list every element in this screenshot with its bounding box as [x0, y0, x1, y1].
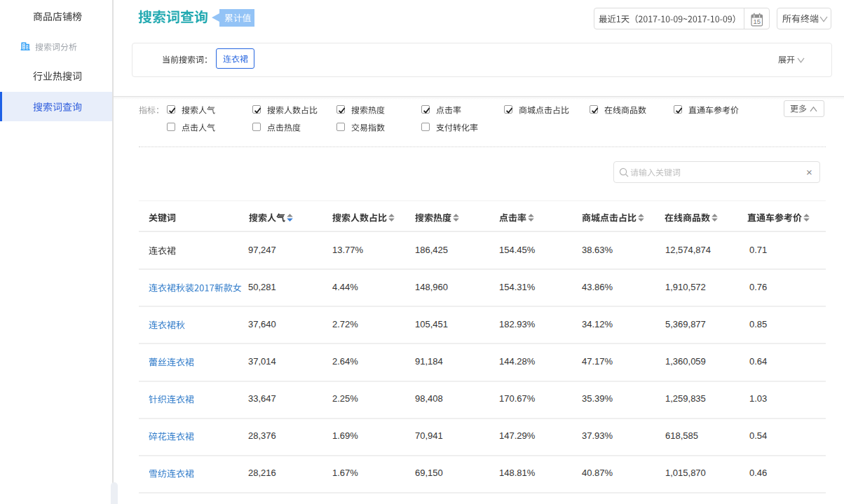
svg-text:15: 15 [754, 18, 761, 25]
